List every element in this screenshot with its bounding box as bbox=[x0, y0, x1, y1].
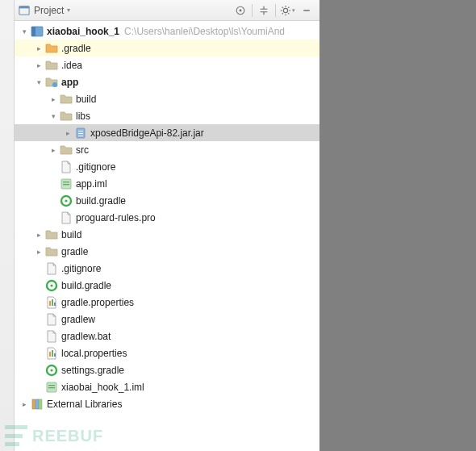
editor-empty-area bbox=[319, 0, 476, 451]
tree-row[interactable]: ▾libs bbox=[15, 107, 319, 124]
tree-item-label: build bbox=[76, 94, 96, 105]
tree-item-label: app bbox=[61, 77, 78, 88]
iml-icon bbox=[45, 381, 58, 394]
tree-row[interactable]: settings.gradle bbox=[15, 361, 319, 378]
tree-item-path: C:\Users\hanlei\Desktop\ls\YoumiAnd bbox=[124, 26, 285, 37]
chevron-down-icon[interactable]: ▾ bbox=[34, 77, 44, 87]
svg-line-12 bbox=[288, 6, 289, 7]
props-icon bbox=[45, 296, 58, 309]
tree-row[interactable]: local.properties bbox=[15, 345, 319, 361]
folder-icon bbox=[60, 110, 73, 123]
arrow-placeholder bbox=[48, 179, 58, 189]
toolbar-separator bbox=[275, 4, 276, 17]
view-selector-dropdown-icon[interactable]: ▾ bbox=[67, 6, 70, 14]
tree-row[interactable]: build.gradle bbox=[15, 192, 319, 209]
folder-icon bbox=[60, 144, 73, 157]
tree-row[interactable]: proguard-rules.pro bbox=[15, 209, 319, 226]
tree-item-label: xiaobai_hook_1 bbox=[47, 26, 119, 37]
tree-item-label: src bbox=[76, 144, 89, 156]
tree-item-label: gradle.properties bbox=[61, 297, 134, 308]
tree-row[interactable]: ▸src bbox=[15, 141, 319, 158]
tree-item-label: build.gradle bbox=[61, 280, 111, 291]
tree-item-label: gradlew.bat bbox=[61, 331, 111, 342]
iml-icon bbox=[60, 177, 73, 190]
tree-row[interactable]: ▸build bbox=[15, 226, 319, 243]
tree-row[interactable]: ▸gradle bbox=[15, 243, 319, 260]
tree-row[interactable]: gradlew bbox=[15, 311, 319, 328]
gradle-icon bbox=[45, 279, 58, 292]
chevron-right-icon[interactable]: ▸ bbox=[48, 145, 58, 155]
tree-item-label: local.properties bbox=[61, 348, 127, 359]
tree-row[interactable]: ▸.gradle bbox=[15, 40, 319, 56]
module-icon bbox=[31, 25, 44, 38]
tree-row[interactable]: build.gradle bbox=[15, 277, 319, 294]
toolbar-separator bbox=[252, 4, 253, 17]
folder-icon bbox=[45, 59, 58, 72]
folder-orange-icon bbox=[45, 42, 58, 55]
tree-row[interactable]: ▸.idea bbox=[15, 56, 319, 73]
file-icon bbox=[45, 330, 58, 343]
settings-button[interactable]: ▾ bbox=[278, 2, 297, 19]
chevron-right-icon[interactable]: ▸ bbox=[19, 399, 29, 409]
collapse-all-button[interactable] bbox=[254, 2, 273, 19]
chevron-right-icon[interactable]: ▸ bbox=[34, 230, 44, 240]
tree-item-label: build bbox=[61, 229, 81, 240]
arrow-placeholder bbox=[34, 298, 44, 307]
tree-item-label: xposedBridgeApi-82.jar.jar bbox=[90, 127, 204, 139]
gradle-icon bbox=[45, 364, 58, 377]
arrow-placeholder bbox=[34, 264, 44, 274]
svg-point-4 bbox=[283, 8, 287, 12]
hide-panel-button[interactable] bbox=[297, 2, 316, 19]
svg-line-9 bbox=[282, 6, 282, 7]
svg-line-10 bbox=[288, 13, 289, 14]
tree-row[interactable]: ▾xiaobai_hook_1C:\Users\hanlei\Desktop\l… bbox=[15, 23, 319, 40]
arrow-placeholder bbox=[34, 365, 44, 375]
panel-toolbar: Project ▾ ▾ bbox=[15, 0, 319, 21]
tree-row[interactable]: .gitignore bbox=[15, 260, 319, 277]
tree-row[interactable]: app.iml bbox=[15, 175, 319, 192]
arrow-placeholder bbox=[34, 315, 44, 324]
jar-icon bbox=[74, 127, 87, 140]
svg-point-3 bbox=[240, 9, 242, 11]
tree-row[interactable]: gradle.properties bbox=[15, 294, 319, 311]
file-icon bbox=[60, 161, 73, 173]
folder-icon bbox=[45, 228, 58, 241]
tree-row[interactable]: ▸build bbox=[15, 90, 319, 107]
tree-row[interactable]: xiaobai_hook_1.iml bbox=[15, 378, 319, 395]
folder-icon bbox=[45, 245, 58, 258]
chevron-right-icon[interactable]: ▸ bbox=[34, 44, 44, 53]
project-view-icon bbox=[18, 4, 31, 17]
chevron-right-icon[interactable]: ▸ bbox=[63, 128, 73, 138]
svg-rect-1 bbox=[19, 6, 29, 8]
arrow-placeholder bbox=[34, 281, 44, 290]
chevron-right-icon[interactable]: ▸ bbox=[48, 94, 58, 104]
tree-row[interactable]: gradlew.bat bbox=[15, 328, 319, 345]
view-selector-label[interactable]: Project bbox=[34, 5, 64, 16]
tree-item-label: .idea bbox=[61, 60, 82, 71]
tree-item-label: gradlew bbox=[61, 314, 95, 325]
tree-item-label: build.gradle bbox=[76, 195, 126, 207]
tree-item-label: .gitignore bbox=[61, 263, 101, 274]
gradle-icon bbox=[60, 194, 73, 207]
tree-row[interactable]: ▸xposedBridgeApi-82.jar.jar bbox=[15, 124, 319, 141]
left-tool-gutter[interactable] bbox=[0, 0, 15, 451]
tree-row[interactable]: .gitignore bbox=[15, 158, 319, 175]
file-icon bbox=[60, 211, 73, 224]
tree-item-label: app.iml bbox=[76, 178, 107, 190]
tree-item-label: .gradle bbox=[61, 43, 91, 54]
arrow-placeholder bbox=[48, 213, 58, 223]
tree-row[interactable]: ▸External Libraries bbox=[15, 395, 319, 412]
chevron-down-icon[interactable]: ▾ bbox=[48, 111, 58, 121]
tree-row[interactable]: ▾app bbox=[15, 73, 319, 90]
folder-icon bbox=[60, 93, 73, 106]
project-panel: Project ▾ ▾ ▾xiaobai_hook_1C:\Users\hanl… bbox=[15, 0, 319, 451]
chevron-right-icon[interactable]: ▸ bbox=[34, 247, 44, 257]
lib-icon bbox=[31, 398, 44, 411]
tree-item-label: xiaobai_hook_1.iml bbox=[61, 382, 144, 393]
chevron-down-icon[interactable]: ▾ bbox=[19, 27, 29, 36]
chevron-right-icon[interactable]: ▸ bbox=[34, 61, 44, 70]
project-tree[interactable]: ▾xiaobai_hook_1C:\Users\hanlei\Desktop\l… bbox=[15, 21, 319, 451]
tree-item-label: External Libraries bbox=[47, 399, 122, 410]
scroll-to-source-button[interactable] bbox=[231, 2, 250, 19]
arrow-placeholder bbox=[34, 332, 44, 341]
